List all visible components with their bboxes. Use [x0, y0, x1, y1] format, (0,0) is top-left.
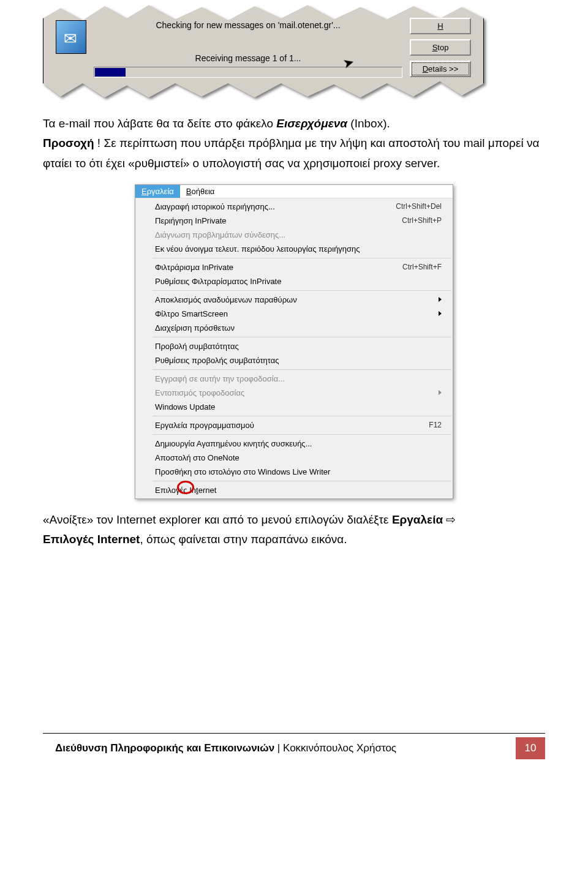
paragraph-2: «Ανοίξτε» τον Internet explorer και από …: [43, 510, 545, 550]
menu-item-22[interactable]: Αποστολή στο OneNote: [135, 451, 453, 465]
menu-separator: [153, 369, 451, 370]
email-progress-dialog: Checking for new messages on 'mail.otene…: [43, 0, 484, 102]
menu-item-6[interactable]: Ρυθμίσεις Φιλτραρίσματος InPrivate: [135, 274, 453, 288]
menu-shortcut: Ctrl+Shift+F: [402, 263, 442, 271]
menu-item-17[interactable]: Windows Update: [135, 400, 453, 414]
menu-item-25[interactable]: Επιλογές Internet: [135, 483, 453, 497]
menu-shortcut: Ctrl+Shift+Del: [396, 202, 442, 211]
details-button[interactable]: Details >>: [410, 61, 471, 77]
menu-shortcut: F12: [429, 421, 442, 429]
menu-item-0[interactable]: Διαγραφή ιστορικού περιήγησης...Ctrl+Shi…: [135, 200, 453, 214]
submenu-arrow-icon: [439, 311, 442, 316]
ie-tools-menu: Εργαλεία Βοήθεια Διαγραφή ιστορικού περι…: [135, 184, 453, 499]
menu-item-15: Εγγραφή σε αυτήν την τροφοδοσία...: [135, 372, 453, 386]
menu-item-8[interactable]: Αποκλεισμός αναδυόμενων παραθύρων: [135, 293, 453, 307]
menu-separator: [153, 290, 451, 291]
menu-shortcut: Ctrl+Shift+P: [402, 216, 442, 225]
paragraph-1: Τα e-mail που λάβατε θα τα δείτε στο φάκ…: [43, 114, 545, 173]
menu-item-5[interactable]: Φιλτράρισμα InPrivateCtrl+Shift+F: [135, 260, 453, 274]
page-footer: Διεύθυνση Πληροφορικής και Επικοινωνιών …: [43, 733, 545, 759]
highlight-circle: [177, 481, 194, 494]
menu-item-1[interactable]: Περιήγηση InPrivateCtrl+Shift+P: [135, 214, 453, 228]
menu-item-19[interactable]: Εργαλεία προγραμματισμούF12: [135, 418, 453, 432]
submenu-arrow-icon: [439, 390, 442, 395]
menu-item-10[interactable]: Διαχείριση πρόσθετων: [135, 321, 453, 335]
menu-item-12[interactable]: Προβολή συμβατότητας: [135, 339, 453, 353]
menu-tab-tools[interactable]: Εργαλεία: [135, 185, 180, 198]
menu-tab-help[interactable]: Βοήθεια: [180, 185, 221, 198]
footer-author: Κοκκινόπουλος Χρήστος: [283, 742, 396, 754]
footer-department: Διεύθυνση Πληροφορικής και Επικοινωνιών: [55, 742, 274, 754]
menu-item-9[interactable]: Φίλτρο SmartScreen: [135, 307, 453, 321]
submenu-arrow-icon: [439, 297, 442, 302]
menu-separator: [153, 434, 451, 435]
menu-separator: [153, 258, 451, 258]
menu-separator: [153, 416, 451, 416]
menu-item-21[interactable]: Δημιουργία Αγαπημένου κινητής συσκευής..…: [135, 437, 453, 451]
mail-icon: [56, 20, 86, 54]
menu-item-23[interactable]: Προσθήκη στο ιστολόγιο στο Windows Live …: [135, 465, 453, 479]
progress-bar: [94, 67, 402, 78]
menu-separator: [153, 481, 451, 481]
status-receiving: Receiving message 1 of 1...: [94, 53, 402, 63]
page-number: 10: [516, 737, 545, 759]
hide-button[interactable]: H: [410, 18, 471, 34]
menu-item-3[interactable]: Εκ νέου άνοιγμα τελευτ. περιόδου λειτουρ…: [135, 242, 453, 256]
menu-item-16: Εντοπισμός τροφοδοσίας: [135, 386, 453, 400]
menu-separator: [153, 337, 451, 337]
stop-button[interactable]: Stop: [410, 39, 471, 56]
menu-item-13[interactable]: Ρυθμίσεις προβολής συμβατότητας: [135, 353, 453, 367]
menu-item-2: Διάγνωση προβλημάτων σύνδεσης...: [135, 228, 453, 242]
status-checking: Checking for new messages on 'mail.otene…: [94, 20, 402, 30]
